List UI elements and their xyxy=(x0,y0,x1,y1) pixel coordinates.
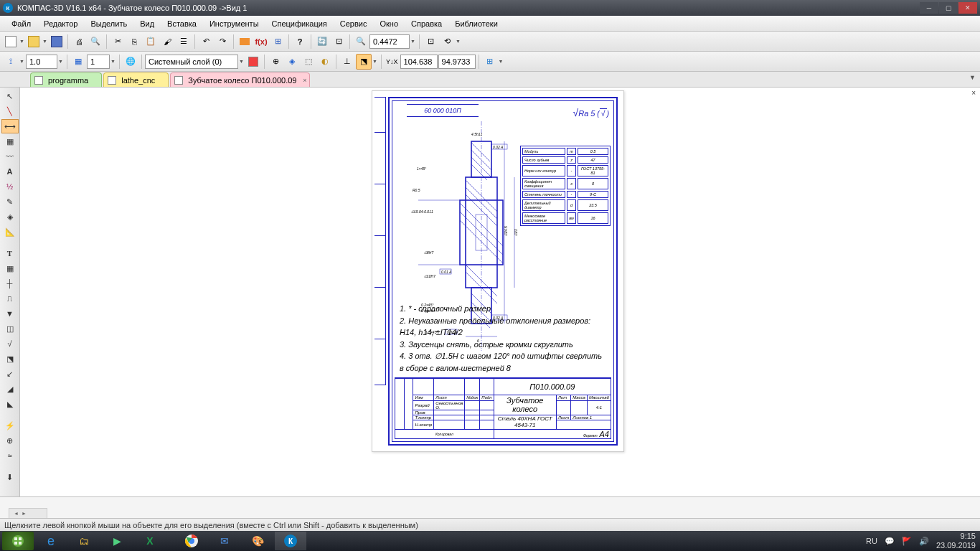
snap-button[interactable]: ⟟ xyxy=(3,54,19,70)
menu-Вставка[interactable]: Вставка xyxy=(161,17,202,30)
print-button[interactable]: 🖨 xyxy=(71,34,87,50)
copy-button[interactable]: ⎘ xyxy=(126,34,142,50)
variables-button[interactable]: f(x) xyxy=(253,34,269,50)
menu-Спецификация[interactable]: Спецификация xyxy=(266,17,333,30)
redo-button[interactable]: ↷ xyxy=(215,34,230,50)
tabs-menu-button[interactable]: ▼ xyxy=(969,74,976,81)
tray-sound-icon[interactable]: 🔊 xyxy=(919,537,929,546)
tool-param[interactable]: ◈ xyxy=(1,209,19,224)
menu-Инструменты[interactable]: Инструменты xyxy=(204,17,265,30)
tool-line[interactable]: ╲ xyxy=(1,104,19,118)
tool-d-button[interactable]: ◐ xyxy=(317,54,333,70)
svg-text:∅15.04-0.011: ∅15.04-0.011 xyxy=(411,209,433,214)
tool-dimension[interactable]: ⟷ xyxy=(1,119,19,133)
tray-lang[interactable]: RU xyxy=(866,537,877,545)
maximize-button[interactable]: ▢ xyxy=(939,2,958,14)
tab-programma[interactable]: programma xyxy=(30,72,102,87)
task-excel[interactable]: X xyxy=(134,532,166,550)
tool-c-button[interactable]: ⬚ xyxy=(301,54,316,70)
tool-measure[interactable]: 📐 xyxy=(1,225,19,239)
properties-button[interactable]: ☰ xyxy=(176,34,192,50)
task-paint[interactable]: 🎨 xyxy=(242,532,273,550)
task-mail[interactable]: ✉ xyxy=(209,532,240,550)
layers-button[interactable] xyxy=(237,34,253,50)
tool-bolt[interactable]: ⚡ xyxy=(1,418,19,433)
tool-hatch[interactable]: ▦ xyxy=(1,134,19,149)
tool-table[interactable]: ▦ xyxy=(1,261,19,276)
tool-sigma[interactable]: ½ xyxy=(1,179,19,194)
tool-mark[interactable]: ⬔ xyxy=(1,352,19,366)
tree-button[interactable]: ⊞ xyxy=(270,34,286,50)
tool-axis[interactable]: ┼ xyxy=(1,276,19,291)
zoom-refresh-button[interactable]: 🔄 xyxy=(314,34,330,50)
menu-Окно[interactable]: Окно xyxy=(374,17,404,30)
help-button[interactable]: ? xyxy=(292,34,308,50)
preview-button[interactable]: 🔍 xyxy=(88,34,103,50)
tool-curve[interactable]: 〰 xyxy=(1,149,19,164)
coord-y-input[interactable] xyxy=(438,55,476,69)
paste-button[interactable]: 📋 xyxy=(143,34,159,50)
menu-Файл[interactable]: Файл xyxy=(6,17,37,30)
menu-Вид[interactable]: Вид xyxy=(134,17,160,30)
tool-center[interactable]: ⊕ xyxy=(1,433,19,448)
tab-lathe_cnc[interactable]: lathe_cnc xyxy=(103,72,169,87)
grid-button[interactable]: ▦ xyxy=(70,54,86,70)
close-button[interactable]: ✕ xyxy=(958,2,977,14)
tool-a-button[interactable]: ⊕ xyxy=(268,54,283,70)
layer-color-button[interactable] xyxy=(245,54,261,70)
tab-Зубчатое колесо П010.000.09[interactable]: Зубчатое колесо П010.000.09× xyxy=(170,72,310,87)
zoom-prev-button[interactable]: ⟲ xyxy=(439,34,455,50)
count-input[interactable] xyxy=(87,55,110,69)
task-ie[interactable]: e xyxy=(35,532,67,550)
round-button[interactable]: ⬔ xyxy=(356,54,372,70)
tray-clock[interactable]: 9:1523.09.2019 xyxy=(936,532,976,550)
task-explorer[interactable]: 🗂 xyxy=(68,532,100,550)
menu-Выделить[interactable]: Выделить xyxy=(85,17,133,30)
menu-Редактор[interactable]: Редактор xyxy=(38,17,83,30)
tool-leader[interactable]: ↙ xyxy=(1,367,19,381)
open-button[interactable] xyxy=(26,34,42,50)
coord-x-input[interactable] xyxy=(400,55,438,69)
tool-cursor[interactable]: ↖ xyxy=(1,89,19,103)
menu-Сервис[interactable]: Сервис xyxy=(334,17,373,30)
tab-close-icon[interactable]: × xyxy=(303,77,306,84)
tool-text-t[interactable]: T xyxy=(1,246,19,260)
zoom-input[interactable] xyxy=(369,34,410,49)
new-button[interactable] xyxy=(3,34,19,50)
globe-icon[interactable]: 🌐 xyxy=(123,54,138,70)
tool-b-button[interactable]: ◈ xyxy=(284,54,300,70)
menu-Библиотеки[interactable]: Библиотеки xyxy=(449,17,504,30)
menu-Справка[interactable]: Справка xyxy=(405,17,448,30)
canvas[interactable]: × 60 000 010П √Ra 5 (√) Модульm0.5Число … xyxy=(20,88,980,496)
tool-weld1[interactable]: ◢ xyxy=(1,382,19,396)
ortho-button[interactable]: ⊥ xyxy=(339,54,355,70)
tray-net-icon[interactable]: 💬 xyxy=(885,537,895,546)
task-chrome[interactable] xyxy=(176,532,207,550)
tray-flag-icon[interactable]: 🚩 xyxy=(902,537,912,546)
brush-button[interactable]: 🖌 xyxy=(159,34,175,50)
tool-base[interactable]: ▼ xyxy=(1,306,19,321)
command-panel-tabs[interactable]: ◄► xyxy=(9,508,47,518)
layer-select[interactable] xyxy=(145,55,238,69)
task-kompas[interactable]: К xyxy=(275,532,306,550)
task-media[interactable]: ▶ xyxy=(101,532,133,550)
tool-weld2[interactable]: ◣ xyxy=(1,397,19,411)
tool-rough[interactable]: √ xyxy=(1,336,19,351)
save-button[interactable] xyxy=(49,34,65,50)
tool-tol[interactable]: ◫ xyxy=(1,321,19,336)
zoom-fit-button[interactable]: ⊡ xyxy=(423,34,438,50)
cut-button[interactable]: ✂ xyxy=(110,34,126,50)
tool-break[interactable]: ⎍ xyxy=(1,291,19,306)
view-close-button[interactable]: × xyxy=(971,89,976,97)
minimize-button[interactable]: ─ xyxy=(920,2,938,14)
start-button[interactable] xyxy=(2,532,34,550)
tool-text-a[interactable]: A xyxy=(1,164,19,179)
step-input[interactable] xyxy=(26,55,57,69)
zoom-window-button[interactable]: ⊡ xyxy=(331,34,347,50)
tool-edit[interactable]: ✎ xyxy=(1,194,19,209)
tool-arrow-down[interactable]: ⬇ xyxy=(1,470,19,484)
system-tray[interactable]: RU 💬 🚩 🔊 9:1523.09.2019 xyxy=(866,532,979,550)
apps-button[interactable]: ⊞ xyxy=(482,54,498,70)
tool-wave[interactable]: ≈ xyxy=(1,448,19,463)
undo-button[interactable]: ↶ xyxy=(198,34,214,50)
